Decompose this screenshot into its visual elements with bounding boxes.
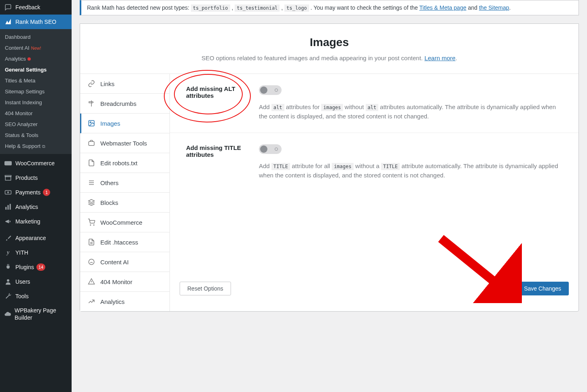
panel-header: Images SEO options related to featured i… xyxy=(80,24,579,74)
setting-label: Add missing ALT attributes xyxy=(186,85,259,121)
tab-content-ai[interactable]: Content AI xyxy=(80,252,170,272)
speech-icon xyxy=(4,3,12,11)
tab-label: 404 Monitor xyxy=(100,278,132,285)
tab-label: Breadcrumbs xyxy=(100,100,136,107)
setting-description: Add alt attributes for images without al… xyxy=(259,102,562,121)
menu-appearance[interactable]: Appearance xyxy=(0,231,72,245)
signpost-icon xyxy=(87,99,95,107)
setting-title-attributes: Add missing TITLE attributes Add TITLE a… xyxy=(170,133,579,192)
yith-icon: y xyxy=(4,249,12,257)
tab-images[interactable]: Images xyxy=(80,114,170,133)
menu-wpbakery[interactable]: WPBakery Page Builder xyxy=(0,303,72,325)
menu-products[interactable]: Products xyxy=(0,171,72,185)
tab-label: Edit robots.txt xyxy=(100,160,138,166)
submenu-content-ai[interactable]: Content AINew! xyxy=(0,42,72,53)
submenu-dashboard[interactable]: Dashboard xyxy=(0,32,72,42)
tab-breadcrumbs[interactable]: Breadcrumbs xyxy=(80,94,170,114)
svg-point-10 xyxy=(90,122,91,123)
svg-rect-1 xyxy=(5,177,11,180)
tab-blocks[interactable]: Blocks xyxy=(80,193,170,213)
menu-label: Plugins xyxy=(15,264,34,270)
svg-point-4 xyxy=(8,192,9,193)
cart-icon xyxy=(87,218,95,226)
tab-label: Webmaster Tools xyxy=(100,140,147,147)
tab-404-monitor[interactable]: 404 Monitor xyxy=(80,272,170,292)
menu-rankmath[interactable]: Rank Math SEO xyxy=(0,15,72,29)
file-icon xyxy=(87,159,95,167)
tab-analytics[interactable]: Analytics xyxy=(80,292,170,311)
menu-users[interactable]: Users xyxy=(0,274,72,289)
submenu-general-settings[interactable]: General Settings xyxy=(0,64,72,75)
tab-webmaster-tools[interactable]: Webmaster Tools xyxy=(80,133,170,153)
brush-icon xyxy=(4,234,12,242)
wrench-icon xyxy=(4,292,12,300)
submenu-titles-meta[interactable]: Titles & Meta xyxy=(0,75,72,86)
menu-woocommerce[interactable]: WooCommerce xyxy=(0,156,72,171)
menu-label: Rank Math SEO xyxy=(15,19,56,25)
rankmath-icon xyxy=(4,18,12,26)
settings-panel: Images SEO options related to featured i… xyxy=(80,23,579,312)
tab-robots[interactable]: Edit robots.txt xyxy=(80,153,170,173)
svg-rect-5 xyxy=(5,207,6,210)
menu-analytics[interactable]: Analytics xyxy=(0,200,72,214)
menu-label: Appearance xyxy=(15,235,46,241)
list-icon xyxy=(87,179,95,187)
menu-label: Payments xyxy=(15,189,40,196)
tab-links[interactable]: Links xyxy=(80,74,170,94)
link-sitemap[interactable]: the Sitemap xyxy=(479,4,509,11)
page-description: SEO options related to featured images a… xyxy=(96,55,562,61)
user-icon xyxy=(4,278,12,286)
tab-woocommerce[interactable]: WooCommerce xyxy=(80,213,170,232)
submenu-help-support[interactable]: Help & Support⧉ xyxy=(0,141,72,152)
badge-count: 14 xyxy=(36,263,45,271)
menu-tools[interactable]: Tools xyxy=(0,289,72,303)
menu-yith[interactable]: y YITH xyxy=(0,245,72,260)
menu-label: Marketing xyxy=(15,218,40,225)
tab-label: Links xyxy=(100,80,114,87)
svg-rect-11 xyxy=(89,141,94,145)
briefcase-icon xyxy=(87,139,95,147)
menu-label: Users xyxy=(15,278,30,285)
notice-new-post-types: Rank Math has detected new post types: t… xyxy=(80,0,579,15)
menu-label: Analytics xyxy=(15,204,38,210)
code-tag: ts_logo xyxy=(284,4,309,12)
submenu-404-monitor[interactable]: 404 Monitor xyxy=(0,108,72,119)
toggle-title[interactable] xyxy=(259,144,282,154)
setting-description: Add TITLE attribute for all images witho… xyxy=(259,161,562,180)
settings-tabs: Links Breadcrumbs Images Webmaster Tools xyxy=(80,74,170,311)
menu-feedback[interactable]: Feedback xyxy=(0,0,72,15)
link-learn-more[interactable]: Learn more xyxy=(424,55,456,61)
link-titles-meta[interactable]: Titles & Meta page xyxy=(420,4,466,11)
tab-label: Blocks xyxy=(100,199,118,206)
tab-htaccess[interactable]: Edit .htaccess xyxy=(80,232,170,252)
submenu-status-tools[interactable]: Status & Tools xyxy=(0,130,72,141)
submenu-sitemap[interactable]: Sitemap Settings xyxy=(0,86,72,97)
submenu-instant-indexing[interactable]: Instant Indexing xyxy=(0,97,72,108)
svg-point-8 xyxy=(7,279,9,282)
code-tag: ts_portfolio xyxy=(191,4,230,12)
svg-point-17 xyxy=(93,225,94,226)
warning-icon xyxy=(87,278,95,286)
tab-label: Content AI xyxy=(100,259,129,266)
menu-plugins[interactable]: Plugins 14 xyxy=(0,260,72,274)
menu-label: Feedback xyxy=(15,4,40,11)
reset-button[interactable]: Reset Options xyxy=(180,282,231,295)
svg-rect-7 xyxy=(10,204,11,210)
menu-payments[interactable]: Payments 1 xyxy=(0,185,72,200)
save-button[interactable]: Save Changes xyxy=(516,282,569,295)
layers-icon xyxy=(87,198,95,207)
ai-icon xyxy=(87,258,95,266)
tab-others[interactable]: Others xyxy=(80,173,170,193)
menu-marketing[interactable]: Marketing xyxy=(0,214,72,229)
panel-footer: Reset Options Save Changes xyxy=(170,272,579,305)
bar-chart-icon xyxy=(4,203,12,211)
svg-rect-3 xyxy=(5,191,11,194)
tab-label: Analytics xyxy=(100,298,125,305)
submenu-seo-analyzer[interactable]: SEO Analyzer xyxy=(0,119,72,130)
svg-marker-15 xyxy=(89,200,95,203)
toggle-alt[interactable] xyxy=(259,85,282,95)
rankmath-submenu: Dashboard Content AINew! Analytics Gener… xyxy=(0,29,72,154)
submenu-analytics[interactable]: Analytics xyxy=(0,53,72,64)
main-content: Rank Math has detected new post types: t… xyxy=(72,0,587,392)
admin-sidebar: Feedback Rank Math SEO Dashboard Content… xyxy=(0,0,72,392)
